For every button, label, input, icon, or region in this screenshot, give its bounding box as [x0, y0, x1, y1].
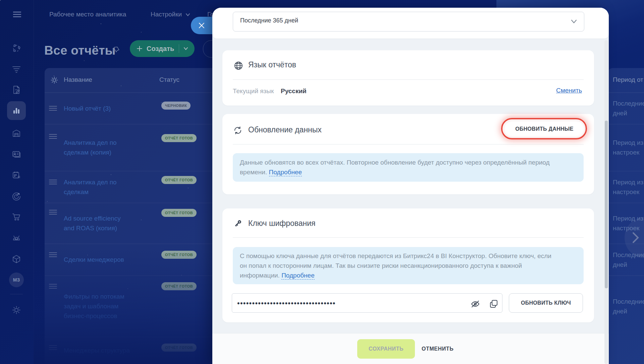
period-cell: Последние дней	[608, 276, 644, 337]
strip-header: Период от	[608, 68, 644, 93]
refresh-data-button[interactable]: ОБНОВИТЬ ДАННЫЕ	[504, 121, 585, 137]
status-badge: ОТЧЁТ ГОТОВ	[161, 251, 197, 259]
cancel-button[interactable]: ОТМЕНИТЬ	[422, 339, 453, 359]
copy-key-icon[interactable]	[489, 299, 498, 308]
create-button-label: Создать	[147, 45, 174, 53]
key-icon	[233, 219, 243, 228]
status-badge: ОТЧЁТ ГОТОВ	[161, 282, 197, 290]
column-header-status[interactable]: Статус	[159, 76, 179, 83]
report-name-link[interactable]: Менеджеры структура	[64, 337, 132, 364]
table-row[interactable]: Фильтры по потокам задач и шаблонам бизн…	[45, 276, 215, 337]
divider	[233, 237, 584, 238]
drag-handle-icon[interactable]	[49, 209, 57, 215]
masked-key-value: •••••••••••••••••••••••••••••••••	[237, 299, 336, 308]
status-badge: ОТЧЁТ ГОТОВ	[161, 344, 197, 352]
close-slider-button[interactable]	[191, 17, 214, 34]
period-select-value: Последние 365 дней	[240, 17, 298, 24]
report-name-link[interactable]: Фильтры по потокам задач и шаблонам бизн…	[64, 276, 132, 337]
sidebar-active-tile	[7, 101, 26, 120]
page-title: Все отчёты	[44, 44, 116, 58]
column-header-period[interactable]: Период от	[613, 76, 643, 83]
drag-handle-icon[interactable]	[49, 179, 57, 185]
period-column-strip: Период от Последние дней Период из настр…	[608, 68, 644, 364]
current-language-value: Русский	[281, 87, 307, 95]
table-row[interactable]: Новый отчёт (3) ЧЕРНОВИК	[45, 93, 215, 124]
show-key-eye-off-icon[interactable]	[471, 300, 480, 308]
table-header-row: Название Статус	[45, 68, 215, 93]
default-period-select[interactable]: Последние 365 дней	[233, 12, 584, 32]
drag-handle-icon[interactable]	[49, 252, 57, 257]
reports-table: Название Статус Новый отчёт (3) ЧЕРНОВИК…	[45, 68, 215, 364]
table-row[interactable]: Менеджеры структура ОТЧЁТ ГОТОВ	[45, 337, 215, 364]
report-name-link[interactable]: Сделки менеджеров	[64, 244, 132, 276]
divider	[233, 144, 584, 144]
plus-icon	[137, 46, 143, 52]
status-badge: ОТЧЁТ ГОТОВ	[161, 134, 197, 142]
language-section-title: Язык отчётов	[248, 60, 296, 69]
encryption-key-field[interactable]: •••••••••••••••••••••••••••••••••	[232, 293, 502, 313]
chevron-down-icon	[185, 13, 190, 16]
status-badge: ЧЕРНОВИК	[161, 102, 191, 110]
user-avatar[interactable]: МЗ	[9, 272, 24, 287]
create-report-button[interactable]: Создать	[130, 40, 195, 57]
change-language-link[interactable]: Сменить	[556, 87, 582, 94]
globe-icon	[234, 61, 243, 70]
period-cell: Последние дней	[608, 93, 644, 124]
key-more-link[interactable]: Подробнее	[281, 272, 315, 280]
button-divider	[179, 44, 179, 53]
refresh-section-title: Обновление данных	[248, 125, 322, 134]
drag-handle-icon[interactable]	[49, 106, 57, 111]
report-name-link[interactable]: Новый отчёт (3)	[64, 93, 132, 124]
drag-handle-icon[interactable]	[49, 134, 57, 139]
table-settings-gear-icon[interactable]	[50, 76, 58, 84]
report-name-link[interactable]: Аналитика дел по сделкам	[64, 171, 132, 203]
chevron-down-icon	[571, 19, 577, 24]
report-language-card	[222, 50, 594, 106]
refresh-info-box: Данные обновятся во всех отчётах. Повтор…	[233, 153, 584, 182]
avatar-initials: МЗ	[13, 277, 20, 283]
report-name-link[interactable]: Аналитика дел по сделкам (копия)	[64, 124, 132, 171]
scrollbar-thumb[interactable]	[605, 121, 608, 288]
refresh-key-button[interactable]: ОБНОВИТЬ КЛЮЧ	[509, 293, 583, 313]
table-row[interactable]: Аналитика дел по сделкам (копия) ОТЧЁТ Г…	[45, 124, 215, 171]
period-cell: Период из настроек	[608, 171, 644, 203]
refresh-icon	[233, 126, 243, 135]
refresh-more-link[interactable]: Подробнее	[269, 169, 302, 176]
table-row[interactable]: Сделки менеджеров ОТЧЁТ ГОТОВ	[45, 244, 215, 276]
status-badge: ОТЧЁТ ГОТОВ	[161, 209, 197, 217]
drag-handle-icon[interactable]	[49, 345, 57, 350]
menu-item-settings[interactable]: Настройки	[151, 10, 190, 19]
sidebar	[0, 0, 34, 364]
close-icon	[198, 22, 205, 29]
menu-item-analyst-workplace[interactable]: Рабочее место аналитика	[49, 10, 126, 19]
status-badge: ОТЧЁТ ГОТОВ	[161, 176, 197, 184]
key-info-box: С помощью ключа данные для отчётов перед…	[233, 247, 584, 284]
column-header-name[interactable]: Название	[64, 76, 92, 83]
hamburger-menu-icon[interactable]	[12, 10, 22, 19]
current-language-label: Текущий язык	[233, 87, 274, 95]
chevron-down-icon	[183, 46, 189, 51]
table-row[interactable]: Ad source efficiency and ROAS (копия) ОТ…	[45, 203, 215, 244]
sidebar-divider	[10, 294, 23, 294]
chevron-right-icon	[629, 231, 642, 244]
drag-handle-icon[interactable]	[49, 284, 57, 289]
key-section-title: Ключ шифрования	[248, 219, 316, 228]
report-name-link[interactable]: Ad source efficiency and ROAS (копия)	[64, 203, 132, 244]
table-row[interactable]: Аналитика дел по сделкам ОТЧЁТ ГОТОВ	[45, 171, 215, 203]
period-cell: Период из настроек	[608, 124, 644, 171]
divider	[233, 79, 584, 80]
save-button[interactable]: СОХРАНИТЬ	[357, 339, 415, 359]
